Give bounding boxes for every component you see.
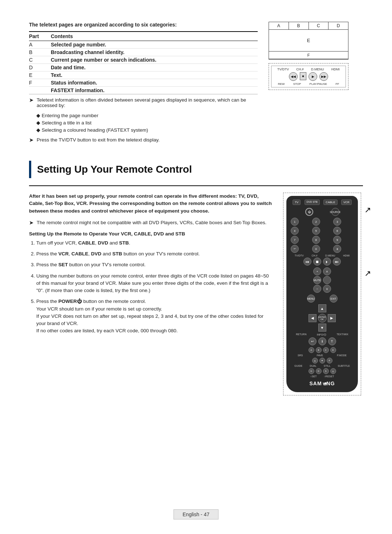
step-1: Turn off your VCR, CABLE, DVD and STB. (36, 239, 272, 247)
table-row: A Selected page number. (29, 41, 258, 49)
arrow-text-1: Teletext information is often divided be… (37, 97, 258, 108)
nav-down[interactable]: ▼ (318, 324, 326, 332)
pen-mark-2: ↗ (364, 269, 371, 278)
btn-guide[interactable]: G (309, 368, 314, 374)
nav-right[interactable]: ▶ (328, 314, 336, 322)
table-row: D Date and time. (29, 64, 258, 71)
row-part-e: E (29, 72, 51, 78)
arrow-text-2: Press the TV/DTV button to exit from the… (37, 137, 160, 143)
main-content: After it has been set up properly, your … (29, 193, 272, 395)
samsung-logo: SAM🖲NG (291, 381, 354, 386)
power-source-row: ⏻ SOURCE (291, 208, 354, 216)
list-item: Selecting a coloured heading (FASTEXT sy… (36, 127, 258, 133)
btn-8[interactable]: 8 (312, 236, 320, 244)
btn-subtitle[interactable]: ⊙ (330, 368, 336, 374)
row-part-fastext (29, 87, 51, 93)
func-btns-1: ≋ ♥ P (291, 358, 354, 363)
btn-5[interactable]: 5 (312, 227, 320, 235)
btn-fave[interactable]: ♥ (319, 358, 325, 363)
table-header: Part Contents (29, 32, 258, 41)
page-footer: English - 47 (173, 509, 219, 519)
pen-mark-1: ↗ (364, 205, 371, 215)
row-contents-d: Date and time. (51, 65, 86, 70)
power-button[interactable]: ⏻ (305, 208, 313, 216)
source-button[interactable]: SOURCE (331, 208, 339, 216)
label-pmode: P.MODE (337, 354, 347, 357)
btn-blue[interactable]: D (330, 347, 336, 353)
btn-6[interactable]: 6 (333, 227, 341, 235)
label-ff: FF (336, 82, 339, 86)
btn-srs[interactable]: ≋ (312, 358, 318, 363)
btn-7[interactable]: 7 (291, 236, 299, 244)
label-still: STILL (324, 365, 331, 367)
btn-2[interactable]: 2 (312, 218, 320, 226)
remote-small-top-labels: TV/DTV CH.# D.MENU HDMI (274, 67, 343, 71)
btn-9[interactable]: 9 (333, 236, 341, 244)
btn-ff-sm: ▶▶ (319, 72, 328, 81)
remote-small-main-buttons: ◀◀ ■ ▶ ▶▶ (274, 72, 343, 81)
mode-btn-tv[interactable]: TV (293, 200, 301, 205)
btn-red[interactable]: A (309, 347, 314, 353)
btn-text[interactable]: T (328, 337, 336, 345)
table-row: F Status information. (29, 79, 258, 87)
btn-3[interactable]: 3 (333, 218, 341, 226)
table-row: B Broadcasting channel identity. (29, 49, 258, 56)
vol-ch-row: + MUTE − ∧ ∨ (291, 267, 354, 293)
nav-up[interactable]: ▲ (318, 304, 326, 312)
col-contents-header: Contents (51, 33, 73, 39)
func-btns-2: G D S ⊙ (291, 368, 354, 374)
bullet-list: Entering the page number Selecting a tit… (36, 112, 258, 133)
btn-dual[interactable]: D (316, 368, 322, 374)
btn-misc[interactable]: ⏸ (333, 245, 341, 253)
btn-still[interactable]: S (323, 368, 329, 374)
btn-stop[interactable]: ⏹ (313, 258, 321, 266)
btn-ff[interactable]: ⏭ (333, 258, 341, 266)
btn-green[interactable]: B (316, 347, 322, 353)
mode-btn-dvd-stb[interactable]: DVD STB (305, 200, 320, 205)
footer-badge: English - 47 (173, 509, 219, 519)
top-right-diagrams: A B C D E F TV/DTV CH.# D.M (269, 22, 363, 146)
label-hdmi-large: HDMI (343, 254, 350, 257)
table-row: FASTEXT information. (29, 87, 258, 94)
btn-1[interactable]: 1 (291, 218, 299, 226)
label-rew: REW (278, 82, 285, 86)
mode-btn-vcr[interactable]: VCR (341, 200, 352, 205)
btn-4[interactable]: 4 (291, 227, 299, 235)
row-contents-e: Text. (51, 72, 62, 78)
menu-exit-row: MENU EXIT (291, 295, 354, 303)
btn-ch-small[interactable] (323, 276, 331, 284)
row-part-c: C (29, 57, 51, 63)
remote-small-inner: TV/DTV CH.# D.MENU HDMI ◀◀ ■ ▶ ▶▶ REW ST… (271, 66, 346, 87)
teletext-bottom-bar: F (269, 52, 348, 59)
section-title: Setting Up Your Remote Control (37, 164, 192, 175)
btn-info[interactable]: ℹ (318, 337, 326, 345)
label-tvdtv-large: TV/DTV (295, 254, 304, 257)
nav-left[interactable]: ◀ (309, 314, 317, 322)
mode-btn-cable[interactable]: CABLE (323, 200, 337, 205)
btn-ch-up[interactable]: ∧ (323, 267, 331, 275)
nav-enter[interactable]: ENTEROK (318, 314, 327, 323)
btn-exit[interactable]: EXIT (330, 295, 338, 303)
btn-yellow[interactable]: C (323, 347, 329, 353)
btn-0[interactable]: 0 (312, 245, 320, 253)
remote-small-bottom-labels: REW STOP PLAY/PAUSE FF (274, 82, 343, 86)
btn-rew[interactable]: ⏮ (303, 258, 311, 266)
btn-vol-up[interactable]: + (313, 267, 321, 275)
btn-mute[interactable]: MUTE (313, 276, 321, 284)
btn-return[interactable]: ↩ (309, 337, 317, 345)
remote-large-diagram: TV DVD STB CABLE VCR ⏻ SOURCE (283, 193, 361, 395)
label-guide: GUIDE (294, 365, 302, 367)
teletext-middle-area: E (269, 30, 348, 52)
teletext-top-labels: A B C D (269, 22, 348, 30)
btn-pmode[interactable]: P (327, 358, 332, 363)
label-reset: ○RESET (324, 375, 334, 378)
btn-vol-down[interactable]: − (313, 285, 321, 293)
label-tvdtv: TV/DTV (277, 67, 289, 71)
return-info-text-btns: ↩ ℹ T (291, 337, 354, 345)
btn-ch-down[interactable]: ∨ (323, 285, 331, 293)
step-3: Press the SET button on your TV's remote… (36, 261, 272, 268)
arrow-icon-1: ➤ (29, 97, 34, 103)
btn-play[interactable]: ⏵ (323, 258, 331, 266)
btn-menu[interactable]: MENU (307, 295, 315, 303)
btn-prev-ch[interactable]: ↩ (291, 245, 299, 253)
